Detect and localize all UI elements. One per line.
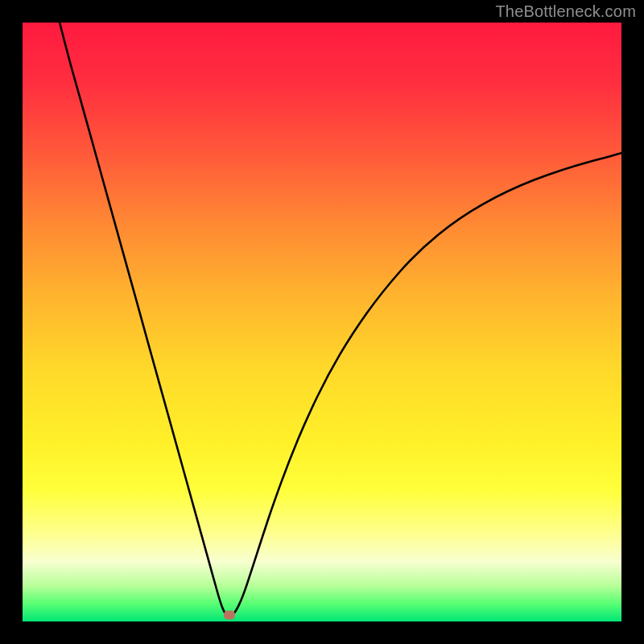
optimal-point-marker [224,610,235,619]
chart-frame: TheBottleneck.com [0,0,644,644]
watermark-text: TheBottleneck.com [495,2,636,21]
plot-area [23,23,621,621]
bottleneck-curve [23,23,621,621]
